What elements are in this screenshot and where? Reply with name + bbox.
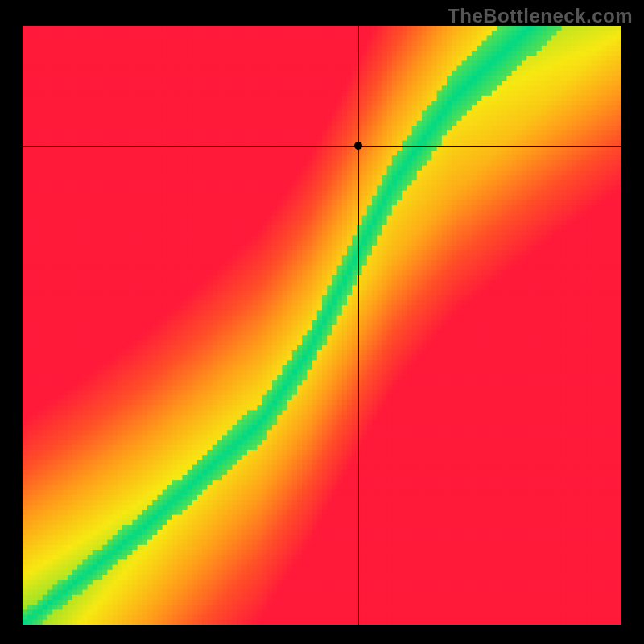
chart-frame: TheBottleneck.com [0,0,644,644]
crosshair-marker-dot [354,142,362,150]
heatmap-canvas [23,26,621,625]
watermark-text: TheBottleneck.com [448,5,633,27]
crosshair-horizontal [23,146,621,147]
crosshair-vertical [358,26,359,625]
heatmap-plot [23,26,621,625]
